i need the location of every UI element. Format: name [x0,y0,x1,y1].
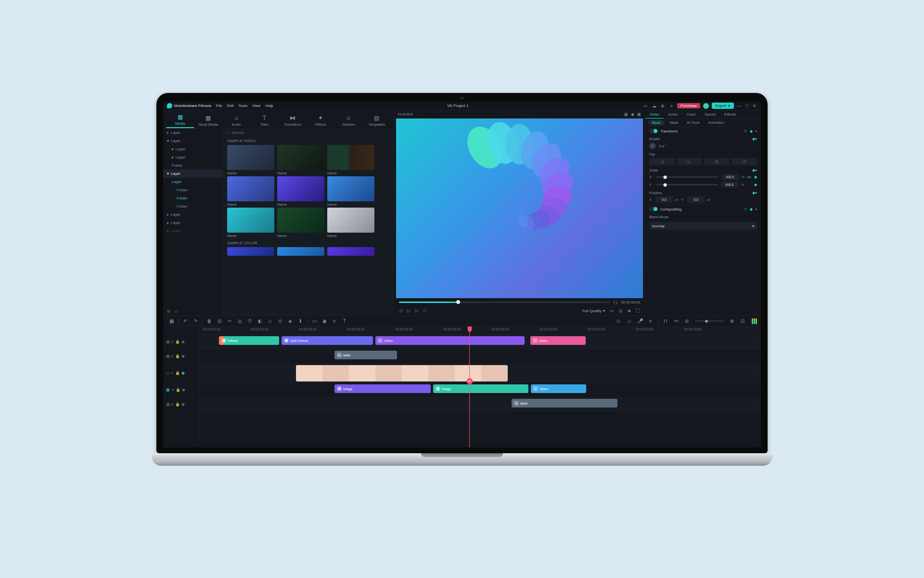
speed-button[interactable]: ⏱ [245,317,254,326]
add-icon[interactable]: ▾ [755,129,757,133]
tab-speed[interactable]: Speed [700,110,720,118]
track-head[interactable]: ▭ 4🔒◉ [163,364,199,383]
track-head[interactable]: ▦ 4🔒◉ [163,335,199,349]
display-mode-icon[interactable]: ▭ [610,308,614,313]
undo-button[interactable]: ↶ [181,317,190,326]
eye-icon[interactable]: ◉ [182,388,185,392]
video-clip[interactable]: ▷Video [530,336,586,345]
play-button[interactable]: ▷ [407,308,411,313]
media-thumb[interactable]: Name [327,208,374,238]
keyframe-icon[interactable]: ◆▾ [752,168,757,172]
link-tl-button[interactable]: ⚯ [672,317,680,326]
image-clip[interactable]: ▦Image [334,384,431,393]
timeline-ruler[interactable]: 00:00:00:00 00:00:00:00 00:00:00:00 00:0… [200,327,761,335]
track-head[interactable]: ▦ 4🔒◉ [163,383,199,397]
media-thumb[interactable] [277,247,324,256]
reset-icon[interactable]: ↻ [744,207,747,211]
transform-toggle[interactable] [649,129,658,133]
blend-mode-select[interactable]: Normal▾ [649,222,757,230]
magnet-button[interactable]: ⊓ [661,317,670,326]
marker-tl-button[interactable]: ◇ [625,317,634,326]
keyframe-button[interactable]: ◇ [266,317,274,326]
maximize-button[interactable]: □ [744,104,749,108]
cloud-icon[interactable]: ☁ [651,103,657,109]
quality-select[interactable]: Full Quality▾ [582,309,605,313]
tab-templates[interactable]: ▤Templates [363,113,391,128]
flip-h-button[interactable]: ◁ [649,158,675,165]
rotate-value[interactable]: 0.0 ° [659,144,667,148]
subtab-mask[interactable]: Mask [666,120,682,125]
fullscreen-icon[interactable]: ⛶ [636,308,640,313]
tracks-area[interactable]: 00:00:00:00 00:00:00:00 00:00:00:00 00:0… [200,327,761,447]
purchase-button[interactable]: Purchase [677,103,700,108]
pos-x-value[interactable]: 0.0 [655,197,673,203]
sidebar-item-selected[interactable]: ▾Layer [163,170,223,178]
scrub-thumb[interactable] [456,300,460,304]
sidebar-item[interactable]: ▸Layer [163,153,223,161]
sidebar-item[interactable]: Folder [163,186,223,194]
menu-view[interactable]: View [252,104,260,108]
media-thumb[interactable]: Name [277,145,324,175]
redo-button[interactable]: ↷ [191,317,200,326]
zoom-slider[interactable] [695,320,724,322]
tab-effects-prop[interactable]: Effects [720,110,740,118]
focus-button[interactable]: ⊙ [276,317,284,326]
mic-button[interactable]: 🎤 [636,317,644,326]
playhead-marker[interactable]: ✂ [466,378,473,384]
zoom-in-button[interactable]: ⊕ [728,317,736,326]
keyframe-icon[interactable]: ◆ [754,183,757,187]
menu-tools[interactable]: Tools [238,104,247,108]
preview-viewport[interactable] [396,118,643,298]
eye-icon[interactable]: ◉ [631,112,634,117]
sidebar-item[interactable]: Folder [163,202,223,210]
tab-audio[interactable]: ♫Audio [222,113,250,128]
scale-x-value[interactable]: 400.0 [721,174,739,180]
track-head[interactable]: ▦ 4🔒◉ [163,397,199,412]
menu-file[interactable]: File [216,104,222,108]
track[interactable]: ▦Effects ▦Split Screen ▷Video ▷Video [200,335,761,349]
color-button[interactable]: ◐ [256,317,264,326]
menu-help[interactable]: Help [265,104,273,108]
sidebar-item[interactable]: ▸Layer [163,210,223,219]
snapshot-icon[interactable]: ◎ [619,308,623,313]
delete-button[interactable]: 🗑 [205,317,214,326]
reset-icon[interactable]: ↻ [744,129,747,133]
keyframe-icon[interactable]: ◆▾ [752,137,757,141]
flip-v-button[interactable]: ▷ [677,158,702,165]
rotate-ccw-button[interactable]: ↺ [732,158,757,165]
tab-media[interactable]: ▦Media [166,112,194,128]
tab-effects[interactable]: ✦Effects [307,113,334,128]
add-icon[interactable]: ▾ [755,207,757,211]
tab-stickers[interactable]: ☺Stickers [334,113,362,128]
next-frame-button[interactable]: ▷ [415,308,419,313]
eye-icon[interactable]: ◉ [181,371,185,375]
rotate-wheel[interactable] [649,143,656,149]
media-thumb[interactable]: Name [277,208,324,238]
rotate-cw-button[interactable]: ↻ [704,158,730,165]
render-button[interactable]: ▭ [310,317,319,326]
scale-x-slider[interactable] [656,176,719,178]
lock-icon[interactable]: 🔒 [175,402,180,407]
label-clip[interactable]: ▭label [512,399,617,407]
voiceover-button[interactable]: ◉ [320,317,329,326]
eye-icon[interactable]: ◉ [181,340,185,344]
track[interactable] [200,412,761,426]
folder-add-icon[interactable]: ⊞ [167,309,170,314]
sidebar-item[interactable]: ▸Layer [163,129,223,137]
sidebar-item[interactable]: ▸Layer [163,219,223,227]
image-clip[interactable]: ▦Image [433,384,528,393]
audio-mix-button[interactable]: ≡ [646,317,655,326]
keyframe-icon[interactable]: ◆ [750,207,753,211]
sidebar-item[interactable]: Folder [163,161,223,170]
lock-icon[interactable]: 🔒 [176,388,180,392]
eye-icon[interactable]: ◉ [181,354,185,358]
media-thumb[interactable]: Name [227,208,274,238]
search-input[interactable]: Search [231,131,244,135]
pos-y-value[interactable]: 0.0 [687,197,705,203]
scale-y-value[interactable]: 400.0 [721,182,738,188]
media-thumb[interactable] [227,247,274,256]
track-head[interactable]: ▦ 4🔒◉ [163,349,199,364]
media-thumb[interactable]: Name [277,176,324,207]
subtab-basic[interactable]: Basic [648,120,665,125]
eye-icon[interactable]: ◉ [181,402,185,407]
